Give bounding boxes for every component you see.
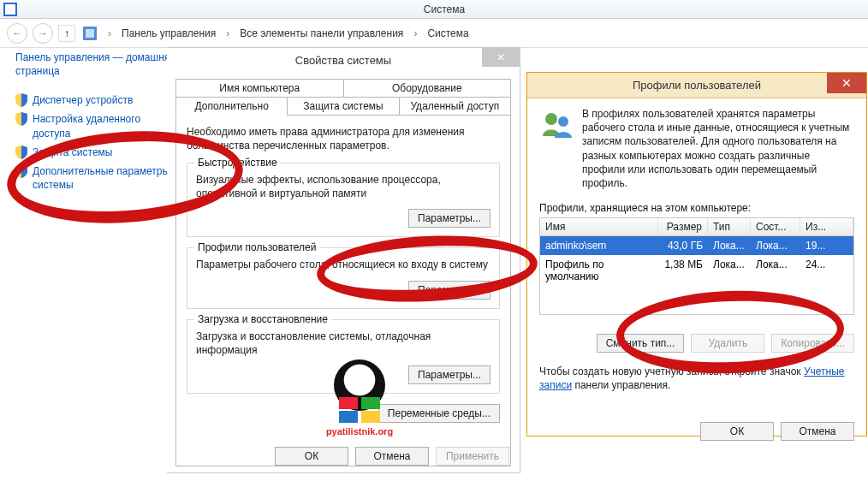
change-type-button[interactable]: Сменить тип...: [597, 334, 685, 353]
startup-settings-button[interactable]: Параметры...: [408, 365, 490, 384]
ok-button[interactable]: ОК: [275, 447, 348, 466]
cell-changed: 24...: [800, 257, 853, 284]
control-panel-home-link[interactable]: Панель управления — домашняя страница: [15, 51, 178, 78]
cell-name: Профиль по умолчанию: [540, 257, 658, 284]
crumb-sep: ›: [410, 27, 420, 39]
performance-settings-button[interactable]: Параметры...: [408, 209, 490, 228]
cell-type: Лока...: [708, 238, 751, 253]
sidebar-link-remote-settings[interactable]: Настройка удаленного доступа: [15, 112, 178, 140]
shield-icon: [15, 146, 27, 159]
window-icon: [3, 3, 17, 16]
sidebar-link-device-manager[interactable]: Диспетчер устройств: [15, 93, 178, 107]
apply-button: Применить: [436, 447, 509, 466]
col-status[interactable]: Сост...: [751, 218, 800, 235]
sidebar-item-label: Диспетчер устройств: [33, 93, 133, 107]
breadcrumb-item[interactable]: Панель управления: [120, 27, 217, 39]
group-description: Параметры рабочего стола, относящиеся ко…: [196, 258, 490, 272]
cancel-button[interactable]: Отмена: [355, 447, 429, 466]
control-panel-sidebar: Панель управления — домашняя страница Ди…: [15, 51, 178, 197]
crumb-sep: ›: [104, 27, 115, 39]
close-button[interactable]: ✕: [827, 73, 866, 93]
hint-prefix: Чтобы создать новую учетную запись, откр…: [539, 365, 804, 377]
startup-recovery-group: Загрузка и восстановление Загрузка и вос…: [187, 319, 500, 394]
control-panel-icon: [83, 27, 97, 40]
cell-size: 43,0 ГБ: [658, 238, 708, 253]
close-button[interactable]: ✕: [482, 48, 520, 67]
cancel-button[interactable]: Отмена: [781, 422, 854, 441]
group-description: Загрузка и восстановление системы, отлад…: [196, 330, 490, 357]
profiles-list-label: Профили, хранящиеся на этом компьютере:: [539, 202, 854, 214]
shield-icon: [15, 164, 27, 178]
sidebar-item-label: Дополнительные параметры системы: [33, 164, 178, 192]
create-account-hint: Чтобы создать новую учетную запись, откр…: [539, 365, 854, 392]
system-properties-dialog: Свойства системы ✕ Имя компьютера Оборуд…: [167, 47, 520, 473]
forward-button[interactable]: →: [33, 23, 53, 44]
group-legend: Быстродействие: [194, 157, 281, 169]
group-description: Визуальные эффекты, использование процес…: [196, 174, 490, 200]
tab-remote[interactable]: Удаленный доступ: [400, 97, 511, 116]
explorer-navbar: ← → ↑ › Панель управления › Все элементы…: [0, 19, 868, 48]
group-legend: Профили пользователей: [194, 241, 319, 253]
breadcrumb-item[interactable]: Все элементы панели управления: [238, 27, 405, 39]
cell-status: Лока...: [751, 257, 800, 284]
back-button[interactable]: ←: [7, 23, 27, 44]
cell-status: Лока...: [751, 238, 800, 253]
tab-hardware[interactable]: Оборудование: [344, 79, 512, 97]
sidebar-link-system-protection[interactable]: Защита системы: [15, 146, 178, 159]
crumb-sep: ›: [223, 27, 233, 39]
cell-changed: 19...: [800, 238, 853, 253]
profiles-intro-text: В профилях пользователей хранятся параме…: [582, 107, 854, 190]
col-name[interactable]: Имя: [540, 218, 658, 235]
svg-point-1: [558, 116, 568, 127]
table-row[interactable]: adminko\sem 43,0 ГБ Лока... Лока... 19..…: [540, 236, 853, 255]
col-size[interactable]: Размер: [658, 218, 708, 235]
dialog-header: Свойства системы ✕: [167, 48, 520, 72]
group-legend: Загрузка и восстановление: [194, 313, 331, 325]
table-row[interactable]: Профиль по умолчанию 1,38 МБ Лока... Лок…: [540, 255, 853, 286]
performance-group: Быстродействие Визуальные эффекты, испол…: [187, 163, 500, 237]
sidebar-item-label: Настройка удаленного доступа: [33, 112, 178, 140]
window-titlebar: Система: [0, 0, 868, 19]
copy-button: Копировать...: [771, 334, 854, 353]
profiles-table[interactable]: Имя Размер Тип Сост... Из... adminko\sem…: [539, 217, 854, 315]
cell-type: Лока...: [708, 257, 751, 284]
profiles-settings-button[interactable]: Параметры...: [408, 281, 490, 300]
window-title: Система: [21, 3, 868, 15]
col-type[interactable]: Тип: [708, 218, 751, 235]
svg-point-0: [545, 113, 557, 125]
user-profiles-group: Профили пользователей Параметры рабочего…: [187, 247, 500, 309]
dialog-title: Профили пользователей: [527, 79, 866, 92]
cell-size: 1,38 МБ: [658, 257, 708, 284]
delete-button: Удалить: [691, 334, 764, 353]
tab-system-protection[interactable]: Защита системы: [288, 97, 399, 116]
dialog-header: Профили пользователей ✕: [527, 73, 866, 98]
advanced-intro-text: Необходимо иметь права администратора дл…: [187, 126, 502, 152]
tab-computer-name[interactable]: Имя компьютера: [175, 79, 344, 97]
hint-suffix: панели управления.: [572, 379, 670, 391]
tab-advanced[interactable]: Дополнительно: [175, 97, 288, 116]
cell-name: adminko\sem: [540, 238, 658, 253]
users-icon: [539, 107, 574, 141]
sidebar-item-label: Защита системы: [33, 146, 112, 159]
col-changed[interactable]: Из...: [800, 218, 853, 235]
sidebar-link-advanced-settings[interactable]: Дополнительные параметры системы: [15, 164, 178, 192]
shield-icon: [15, 112, 27, 126]
environment-variables-button[interactable]: Переменные среды...: [378, 404, 500, 423]
ok-button[interactable]: ОК: [700, 422, 774, 441]
user-profiles-dialog: Профили пользователей ✕ В профилях польз…: [526, 72, 867, 437]
dialog-title: Свойства системы: [167, 54, 520, 67]
shield-icon: [15, 93, 27, 107]
up-button[interactable]: ↑: [58, 25, 75, 42]
table-header: Имя Размер Тип Сост... Из...: [540, 218, 853, 236]
breadcrumb-item[interactable]: Система: [425, 27, 470, 39]
